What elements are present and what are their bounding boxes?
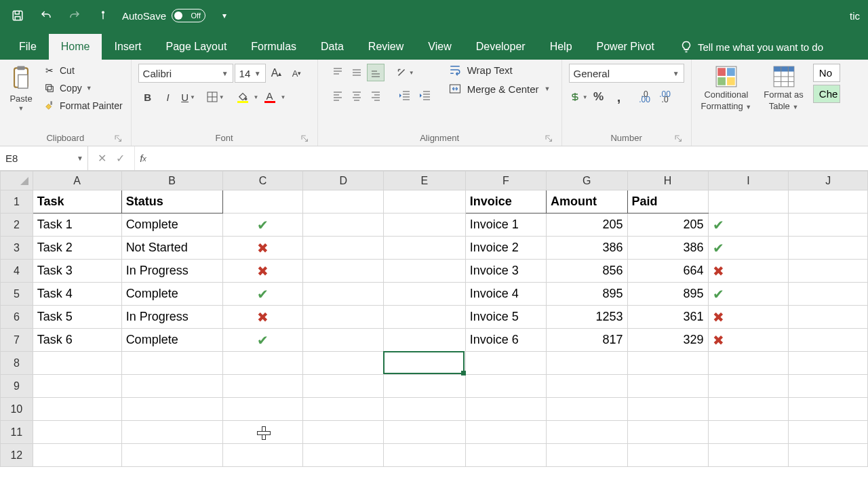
cell-C5[interactable]: ✔ [222,283,303,306]
cell-H4[interactable]: 664 [627,260,708,283]
cell-F9[interactable] [465,375,546,398]
enter-formula-icon[interactable]: ✓ [116,152,125,165]
cell-G3[interactable]: 386 [547,237,627,260]
number-format-combo[interactable]: General▼ [569,64,684,83]
select-all-corner[interactable] [1,171,33,190]
qat-customize-icon[interactable]: ▾ [215,6,234,25]
cell-H3[interactable]: 386 [627,237,708,260]
italic-button[interactable]: I [159,88,178,106]
cell-C7[interactable]: ✔ [222,329,303,352]
comma-format-icon[interactable]: , [610,88,629,106]
formula-input[interactable] [151,146,868,170]
decrease-indent-icon[interactable] [395,87,414,104]
cell-D8[interactable] [303,352,384,375]
align-right-icon[interactable] [367,87,384,104]
cell-F11[interactable] [465,421,546,444]
cell-E3[interactable] [384,237,466,260]
row-header-1[interactable]: 1 [1,190,33,214]
tab-home[interactable]: Home [49,34,102,60]
cut-button[interactable]: ✂ Cut [42,64,124,77]
align-left-icon[interactable] [329,87,347,104]
cell-G8[interactable] [547,352,627,375]
cell-H8[interactable] [627,352,708,375]
column-header-I[interactable]: I [708,171,789,190]
font-name-combo[interactable]: Calibri▼ [138,64,233,83]
cell-G4[interactable]: 856 [547,260,627,283]
autosave-toggle[interactable]: AutoSave Off [122,9,205,22]
cell-J6[interactable] [789,306,868,329]
format-painter-button[interactable]: Format Painter [42,99,124,113]
column-header-A[interactable]: A [33,171,121,190]
cell-A9[interactable] [33,375,121,398]
column-header-J[interactable]: J [789,171,868,190]
font-dialog-launcher[interactable] [300,134,309,143]
tell-me-search[interactable]: Tell me what you want to do [680,41,823,60]
cell-J3[interactable] [789,237,868,260]
tab-developer[interactable]: Developer [464,34,538,60]
cell-A7[interactable]: Task 6 [33,329,121,352]
cell-A5[interactable]: Task 4 [33,283,121,306]
cell-H7[interactable]: 329 [627,329,708,352]
cell-B5[interactable]: Complete [121,283,222,306]
cell-B12[interactable] [121,444,222,467]
cell-E12[interactable] [384,444,466,467]
font-size-combo[interactable]: 14▼ [235,64,266,83]
conditional-formatting-button[interactable]: Conditional Formatting ▼ [698,64,755,113]
spreadsheet-grid[interactable]: ABCDEFGHIJ 1TaskStatusInvoiceAmountPaid2… [0,171,868,467]
cell-I8[interactable] [708,352,789,375]
cell-C3[interactable]: ✖ [222,237,303,260]
tab-data[interactable]: Data [309,34,356,60]
cell-H10[interactable] [627,398,708,421]
cancel-formula-icon[interactable]: ✕ [98,152,106,165]
tab-formulas[interactable]: Formulas [239,34,309,60]
touch-mode-icon[interactable] [94,6,113,25]
cell-C11[interactable] [222,421,303,444]
align-bottom-icon[interactable] [367,64,384,81]
cell-B1[interactable]: Status [121,190,222,214]
cell-J11[interactable] [789,421,868,444]
increase-font-icon[interactable]: A▴ [267,64,286,82]
cell-I4[interactable]: ✖ [708,260,789,283]
row-header-8[interactable]: 8 [1,352,33,375]
cell-E2[interactable] [384,214,466,237]
cell-F5[interactable]: Invoice 4 [465,283,546,306]
tab-page-layout[interactable]: Page Layout [153,34,239,60]
cell-F10[interactable] [465,398,546,421]
cell-I10[interactable] [708,398,789,421]
cell-I12[interactable] [708,444,789,467]
cell-D6[interactable] [303,306,384,329]
borders-button[interactable]: ▼ [206,88,225,106]
cell-E10[interactable] [384,398,466,421]
cell-H5[interactable]: 895 [627,283,708,306]
row-header-3[interactable]: 3 [1,237,33,260]
cell-A4[interactable]: Task 3 [33,260,121,283]
cell-G6[interactable]: 1253 [547,306,627,329]
cell-J8[interactable] [789,352,868,375]
row-header-6[interactable]: 6 [1,306,33,329]
cell-G2[interactable]: 205 [547,214,627,237]
row-header-9[interactable]: 9 [1,375,33,398]
column-header-C[interactable]: C [222,171,303,190]
orientation-button[interactable]: ▼ [395,64,414,81]
cell-C4[interactable]: ✖ [222,260,303,283]
cell-G5[interactable]: 895 [547,283,627,306]
number-dialog-launcher[interactable] [673,134,683,143]
cell-F2[interactable]: Invoice 1 [465,214,546,237]
tab-help[interactable]: Help [538,34,585,60]
cell-E1[interactable] [384,190,466,214]
cell-B10[interactable] [121,398,222,421]
column-header-B[interactable]: B [121,171,222,190]
cell-E6[interactable] [384,306,466,329]
column-header-H[interactable]: H [627,171,708,190]
paste-button[interactable]: Paste ▼ [7,64,35,113]
cell-I5[interactable]: ✔ [708,283,789,306]
cell-B8[interactable] [121,352,222,375]
cell-G11[interactable] [547,421,627,444]
undo-icon[interactable] [37,6,56,25]
cell-F4[interactable]: Invoice 3 [465,260,546,283]
cell-C2[interactable]: ✔ [222,214,303,237]
cell-I2[interactable]: ✔ [708,214,789,237]
cell-J4[interactable] [789,260,868,283]
cell-G10[interactable] [547,398,627,421]
cell-C6[interactable]: ✖ [222,306,303,329]
